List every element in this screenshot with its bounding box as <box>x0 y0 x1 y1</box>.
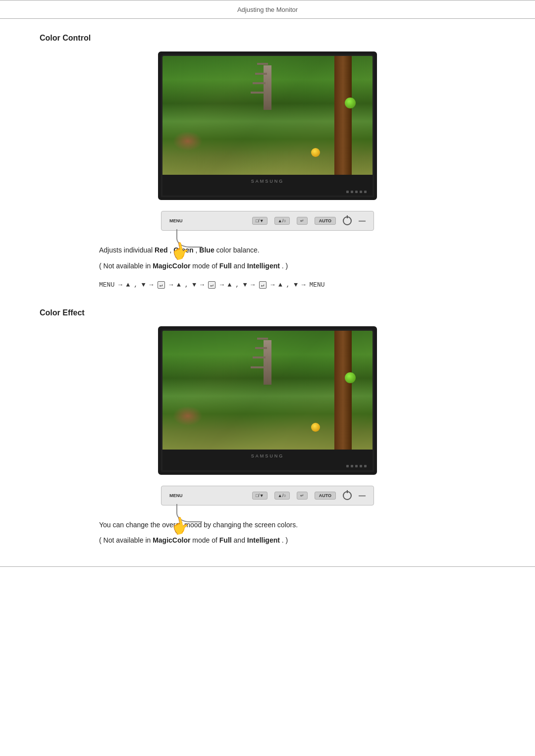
remote-btn-4[interactable]: ▲/○ <box>274 492 290 500</box>
color-control-title: Color Control <box>40 34 495 43</box>
monitor-bottom-bar-1: SAMSUNG <box>162 175 373 188</box>
color-control-section: Color Control <box>40 34 495 289</box>
color-control-desc1: Adjusts individual Red , Green , Blue co… <box>99 245 495 256</box>
ctrl-dot <box>364 191 367 193</box>
remote-btn-auto-2[interactable]: AUTO <box>315 492 336 500</box>
monitor-image-2: SAMSUNG <box>40 326 495 475</box>
remote-dash-2: — <box>359 492 366 500</box>
page-header: Adjusting the Monitor <box>0 0 535 19</box>
monitor-display-1 <box>162 56 373 175</box>
remote-dash: — <box>359 217 366 225</box>
ctrl-dot <box>360 465 362 467</box>
yellow-ball-2 <box>311 423 320 432</box>
color-effect-section: Color Effect <box>40 308 495 547</box>
ctrl-dot <box>360 191 362 193</box>
remote-menu-label-2: MENU <box>169 493 183 498</box>
monitor-image-1: SAMSUNG <box>40 51 495 200</box>
remote-panel-2: MENU □/▼ ▲/○ ↵ AUTO <box>161 486 374 505</box>
ctrl-dot <box>351 191 353 193</box>
monitor-controls-bar-2 <box>162 462 373 470</box>
remote-btn-1[interactable]: □/▼ <box>252 217 268 225</box>
monitor-controls-bar-1 <box>162 188 373 196</box>
remote-power-btn[interactable] <box>343 216 352 225</box>
monitor-bezel-1: SAMSUNG <box>158 51 377 200</box>
ctrl-dot <box>351 465 353 467</box>
page-footer <box>0 566 535 572</box>
remote-wrapper-1: MENU □/▼ ▲/○ ↵ AUTO <box>40 211 495 231</box>
remote-panel-1: MENU □/▼ ▲/○ ↵ AUTO <box>161 211 374 231</box>
monitor-bottom-bar-2: SAMSUNG <box>162 450 373 462</box>
samsung-logo-2: SAMSUNG <box>251 454 284 458</box>
monitor-screen-2: SAMSUNG <box>161 329 374 472</box>
remote-btn-2[interactable]: ▲/○ <box>274 217 290 225</box>
ctrl-dot <box>364 465 367 467</box>
color-control-description: Adjusts individual Red , Green , Blue co… <box>99 245 495 272</box>
ctrl-dot <box>346 191 349 193</box>
color-effect-desc1: You can change the overall mood by chang… <box>99 519 495 531</box>
green-ball-1 <box>345 98 356 108</box>
yellow-ball-1 <box>311 148 320 157</box>
remote-btn-enter-2[interactable]: ↵ <box>297 492 308 500</box>
color-control-menu-path: MENU → ▲ , ▼ → ↵ → ▲ , ▼ → ↵ → ▲ , ▼ → ↵… <box>99 281 495 289</box>
monitor-display-2 <box>162 331 373 450</box>
remote-buttons-1: □/▼ ▲/○ ↵ AUTO — <box>252 216 366 225</box>
color-control-desc2: ( Not available in MagicColor mode of Fu… <box>99 260 495 272</box>
remote-power-btn-2[interactable] <box>343 491 352 500</box>
remote-btn-enter[interactable]: ↵ <box>297 217 308 225</box>
monitor-bezel-2: SAMSUNG <box>158 326 377 475</box>
samsung-logo-1: SAMSUNG <box>251 179 284 184</box>
remote-btn-3[interactable]: □/▼ <box>252 492 268 500</box>
remote-btn-auto[interactable]: AUTO <box>315 217 336 225</box>
page-title: Adjusting the Monitor <box>237 6 298 13</box>
color-effect-desc2: ( Not available in MagicColor mode of Fu… <box>99 535 495 547</box>
monitor-screen-1: SAMSUNG <box>161 54 374 197</box>
remote-wrapper-2: MENU □/▼ ▲/○ ↵ AUTO <box>40 486 495 505</box>
green-ball-2 <box>345 372 356 383</box>
color-effect-description: You can change the overall mood by chang… <box>99 519 495 547</box>
ctrl-dot <box>355 191 358 193</box>
remote-menu-label-1: MENU <box>169 218 183 223</box>
ctrl-dot <box>346 465 349 467</box>
remote-buttons-2: □/▼ ▲/○ ↵ AUTO — <box>252 491 366 500</box>
ctrl-dot <box>355 465 358 467</box>
color-effect-title: Color Effect <box>40 308 495 317</box>
